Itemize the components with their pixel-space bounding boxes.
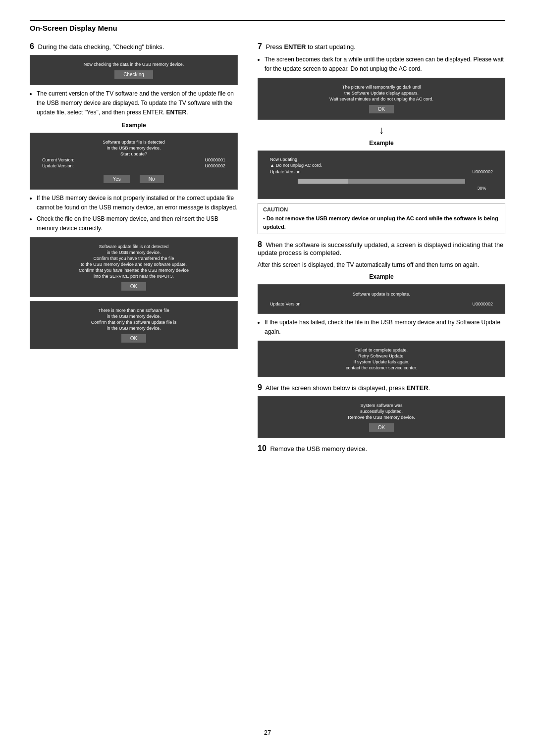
step6-screen4-ok-button[interactable]: OK bbox=[121, 334, 146, 343]
step6-bullet2: If the USB memory device is not properly… bbox=[37, 194, 238, 212]
step6-screen1-line1: Now checking the data in the USB memory … bbox=[84, 62, 184, 67]
s6s4-line2: in the USB memory device. bbox=[107, 314, 160, 319]
s6s2-line3: Start update? bbox=[120, 151, 147, 156]
s7s2-caution-line: Do not unplug AC cord. bbox=[276, 163, 322, 168]
step7-number: 7 bbox=[258, 42, 262, 50]
s6s4-line1: There is more than one software file bbox=[98, 308, 169, 313]
s8s2-line2: Retry Software Update. bbox=[358, 353, 405, 358]
s7s2-update-value: U0000002 bbox=[472, 169, 493, 174]
s8s2-line3: If system Update fails again, bbox=[353, 359, 409, 364]
step7-bullets: The screen becomes dark for a while unti… bbox=[265, 55, 505, 74]
step10-text: Remove the USB memory device. bbox=[270, 445, 367, 453]
s7s2-update-label: Update Version bbox=[270, 169, 301, 174]
s7s2-caution-row: ▲ Do not unplug AC cord. bbox=[265, 163, 498, 168]
step6-screen2: Software update file is detected in the … bbox=[30, 133, 238, 190]
step6-text: During the data checking, "Checking" bli… bbox=[38, 43, 164, 50]
step6-example-label: Example bbox=[30, 122, 238, 129]
step10-container: 10 Remove the USB memory device. bbox=[258, 444, 505, 453]
step7-enter-label: ENTER bbox=[284, 43, 306, 50]
caution-title: CAUTION bbox=[263, 206, 500, 212]
s7s1-line1: The picture will temporarily go dark unt… bbox=[342, 85, 421, 90]
s6s3-line1: Software update file is not detected bbox=[99, 244, 169, 249]
step8-container: 8 When the software is successfully upda… bbox=[258, 240, 505, 377]
s6s3-line2: in the USB memory device. bbox=[107, 250, 160, 255]
page-number: 27 bbox=[264, 729, 271, 736]
s6s2-yes-button[interactable]: Yes bbox=[104, 175, 129, 183]
step9-container: 9 After the screen shown below is displa… bbox=[258, 383, 505, 438]
step8-example-label: Example bbox=[258, 273, 505, 280]
step6-screen3-ok-button[interactable]: OK bbox=[121, 282, 146, 291]
step9-ok-button[interactable]: OK bbox=[369, 423, 394, 432]
s6s2-line2: in the USB memory device. bbox=[107, 146, 160, 151]
s6s3-line5: Confirm that you have inserted the USB m… bbox=[79, 268, 189, 273]
progress-bar-inner bbox=[298, 179, 348, 184]
two-column-layout: 6 During the data checking, "Checking" b… bbox=[30, 42, 505, 457]
s6s3-line3: Confirm that you have transferred the fi… bbox=[93, 256, 174, 261]
step6-screen3: Software update file is not detected in … bbox=[30, 237, 238, 297]
s8s1-line1: Software update is complete. bbox=[353, 292, 410, 297]
step6-screen4: There is more than one software file in … bbox=[30, 301, 238, 349]
s8s1-update-value: U0000002 bbox=[472, 302, 493, 306]
step9-heading: 9 After the screen shown below is displa… bbox=[258, 383, 505, 392]
step8-number: 8 bbox=[258, 240, 262, 249]
step6-bullets-1: The current version of the TV software a… bbox=[37, 89, 238, 118]
s7s1-line3: Wait several minutes and do not unplug t… bbox=[329, 97, 433, 101]
step7-example-label: Example bbox=[258, 140, 505, 147]
step7-text-rest: to start updating. bbox=[308, 43, 356, 50]
right-column: 7 Press ENTER to start updating. The scr… bbox=[258, 42, 505, 457]
step7-screen1: The picture will temporarily go dark unt… bbox=[258, 78, 505, 120]
s6s2-btn-row: Yes No bbox=[104, 172, 163, 183]
s6s3-line4: to the USB memory device and retry softw… bbox=[81, 262, 187, 267]
step8-text2: After this screen is displayed, the TV a… bbox=[258, 260, 505, 270]
step9-screen1: System software was successfully updated… bbox=[258, 396, 505, 438]
step7-heading: 7 Press ENTER to start updating. bbox=[258, 42, 505, 51]
s6s4-line3: Confirm that only the software update fi… bbox=[91, 320, 177, 325]
step6-checking-button[interactable]: Checking bbox=[114, 70, 153, 79]
s7s1-line2: the Software Update display appears. bbox=[344, 91, 419, 96]
step8-bullet1: If the update has failed, check the file… bbox=[265, 318, 505, 337]
step9-number: 9 bbox=[258, 383, 262, 392]
s6s2-current-value: U0000001 bbox=[205, 157, 225, 162]
step8-heading: 8 When the software is successfully upda… bbox=[258, 240, 505, 256]
step8-text: When the software is successfully update… bbox=[258, 241, 503, 256]
s6s2-no-button[interactable]: No bbox=[140, 175, 164, 183]
step10-number: 10 bbox=[258, 444, 267, 453]
caution-box: CAUTION • Do not remove the USB memory d… bbox=[258, 203, 505, 234]
s8s1-update-label: Update Version bbox=[270, 302, 301, 306]
step8-screen2: Failed to complete update. Retry Softwar… bbox=[258, 341, 505, 377]
step10-heading: 10 Remove the USB memory device. bbox=[258, 444, 505, 453]
s7s2-line1: Now updating bbox=[265, 157, 498, 162]
s8s2-line1: Failed to complete update. bbox=[355, 348, 408, 353]
s7s2-update-version-row: Update Version U0000002 bbox=[265, 169, 498, 175]
step7-bullet1: The screen becomes dark for a while unti… bbox=[265, 55, 505, 74]
down-arrow-icon: ↓ bbox=[258, 124, 505, 137]
s6s4-line4: in the USB memory device. bbox=[107, 326, 160, 331]
step6-screen1: Now checking the data in the USB memory … bbox=[30, 55, 238, 85]
step6-bullets-2-3: If the USB memory device is not properly… bbox=[37, 194, 238, 234]
step8-screen1: Software update is complete. Update Vers… bbox=[258, 284, 505, 314]
progress-percent: 30% bbox=[277, 186, 486, 191]
s8s2-line4: contact the customer service center. bbox=[346, 365, 417, 370]
s6s2-current-version-row: Current Version: U0000001 bbox=[37, 157, 230, 163]
section-title: On-Screen Display Menu bbox=[30, 24, 117, 32]
step7-screen2: Now updating ▲ Do not unplug AC cord. Up… bbox=[258, 151, 505, 199]
step8-bullets: If the update has failed, check the file… bbox=[265, 318, 505, 337]
s6s2-current-label: Current Version: bbox=[42, 157, 74, 162]
step6-number: 6 bbox=[30, 42, 34, 50]
step6-bullet3: Check the file on the USB memory device,… bbox=[37, 214, 238, 233]
s6s2-update-label: Update Version: bbox=[42, 163, 74, 168]
s9s1-line3: Remove the USB memory device. bbox=[348, 415, 415, 420]
step6-enter-label: ENTER bbox=[166, 109, 187, 116]
caution-bold-text: Do not remove the USB memory device or u… bbox=[263, 215, 498, 230]
step9-text: After the screen shown below is displaye… bbox=[266, 384, 407, 392]
s6s3-line6: into the SERVICE port near the INPUT3. bbox=[94, 274, 174, 279]
left-column: 6 During the data checking, "Checking" b… bbox=[30, 42, 238, 457]
step7-screen1-ok-button[interactable]: OK bbox=[369, 105, 394, 113]
s6s2-update-version-row: Update Version: U0000002 bbox=[37, 163, 230, 169]
s9s1-line1: System software was bbox=[360, 403, 402, 408]
section-header: On-Screen Display Menu bbox=[30, 20, 505, 32]
s6s2-line1: Software update file is detected bbox=[103, 140, 165, 145]
caution-text: • Do not remove the USB memory device or… bbox=[263, 214, 500, 231]
step7-progress-container: 30% bbox=[277, 177, 486, 191]
s6s2-update-value: U0000002 bbox=[205, 163, 225, 168]
